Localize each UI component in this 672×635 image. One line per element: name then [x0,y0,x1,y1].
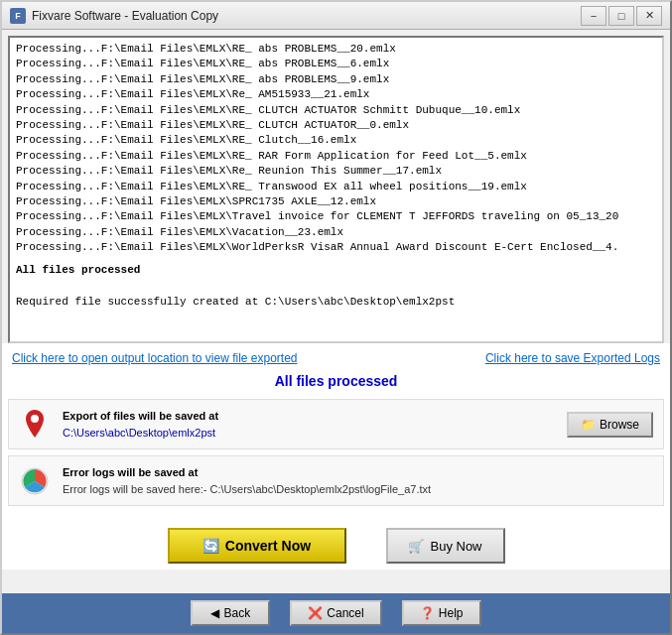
log-line: Processing...F:\Email Files\EMLX\Travel … [16,209,656,224]
bottom-nav-bar: ◀ Back ❌ Cancel ❓ Help [2,593,670,633]
cancel-label: Cancel [327,606,363,620]
log-line: Processing...F:\Email Files\EMLX\SPRC173… [16,194,656,209]
status-banner: All files processed [2,369,670,399]
error-info-text: Error logs will be saved at Error logs w… [63,464,653,497]
export-path: C:\Users\abc\Desktop\emlx2pst [63,425,567,442]
export-label: Export of files will be saved at [63,408,567,425]
close-button[interactable]: ✕ [636,6,662,26]
convert-icon: 🔄 [202,538,219,554]
svg-point-0 [31,415,39,423]
help-button[interactable]: ❓ Help [402,600,481,626]
cart-icon: 🛒 [408,539,424,554]
window-title: Fixvare Software - Evaluation Copy [32,9,581,23]
app-icon: F [10,8,26,24]
save-logs-link[interactable]: Click here to save Exported Logs [485,351,660,365]
maximize-button[interactable]: □ [608,6,634,26]
folder-icon: 📁 [581,418,596,432]
convert-now-button[interactable]: 🔄 Convert Now [168,528,346,564]
error-label: Error logs will be saved at [63,464,653,481]
export-info-row: Export of files will be saved at C:\User… [8,399,664,449]
browse-label: Browse [600,418,639,432]
help-icon: ❓ [420,606,435,620]
log-line: Processing...F:\Email Files\EMLX\RE_ Clu… [16,133,656,148]
cancel-button[interactable]: ❌ Cancel [290,600,381,626]
output-location-link[interactable]: Click here to open output location to vi… [12,351,298,365]
action-row: 🔄 Convert Now 🛒 Buy Now [2,518,670,570]
error-info-row: Error logs will be saved at Error logs w… [8,455,664,506]
log-line: Processing...F:\Email Files\EMLX\Re_ AM5… [16,87,656,102]
window-controls: − □ ✕ [581,6,662,26]
location-icon [19,409,51,441]
browse-button[interactable]: 📁 Browse [567,412,653,438]
convert-label: Convert Now [225,538,311,554]
help-label: Help [439,606,464,620]
log-line: Processing...F:\Email Files\EMLX\RE_ RAR… [16,149,656,164]
log-line: Processing...F:\Email Files\EMLX\RE_ abs… [16,57,656,71]
back-label: Back [223,606,250,620]
export-info-text: Export of files will be saved at C:\User… [63,408,567,441]
log-line: Processing...F:\Email Files\EMLX\RE_ abs… [16,72,656,87]
buy-label: Buy Now [430,539,481,554]
title-bar: F Fixvare Software - Evaluation Copy − □… [2,2,670,30]
log-line: Processing...F:\Email Files\EMLX\Vacatio… [16,225,656,240]
log-output: Processing...F:\Email Files\EMLX\RE_ abs… [8,36,664,343]
cancel-icon: ❌ [308,606,323,620]
app-window: F Fixvare Software - Evaluation Copy − □… [0,0,672,635]
log-line: Processing...F:\Email Files\EMLX\Re_ Reu… [16,164,656,179]
log-line: Processing...F:\Email Files\EMLX\RE_ Tra… [16,180,656,194]
log-line: Processing...F:\Email Files\EMLX\WorldPe… [16,240,656,255]
buy-now-button[interactable]: 🛒 Buy Now [386,528,505,564]
pie-chart-icon [19,465,51,497]
error-path: Error logs will be saved here:- C:\Users… [63,481,653,498]
log-line: Processing...F:\Email Files\EMLX\RE_ CLU… [16,103,656,118]
log-line: Processing...F:\Email Files\EMLX\RE_ CLU… [16,118,656,133]
log-status-line: All files processed [16,263,656,278]
minimize-button[interactable]: − [581,6,606,26]
middle-section: Export of files will be saved at C:\User… [2,399,670,518]
log-line: Processing...F:\Email Files\EMLX\RE_ abs… [16,42,656,57]
log-success-line: Required file successfully created at C:… [16,295,656,310]
links-row: Click here to open output location to vi… [2,343,670,369]
back-icon: ◀ [210,606,219,620]
back-button[interactable]: ◀ Back [191,600,270,626]
